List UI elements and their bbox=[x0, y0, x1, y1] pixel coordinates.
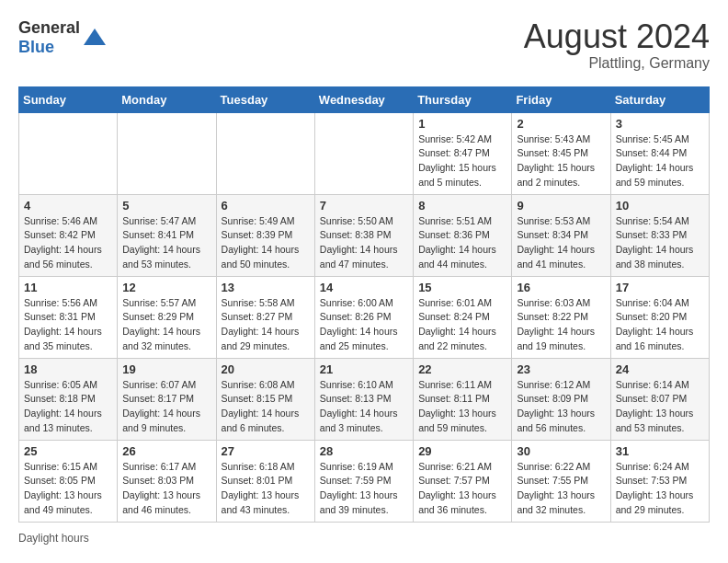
day-info: Sunrise: 5:49 AM Sunset: 8:39 PM Dayligh… bbox=[222, 214, 310, 272]
day-info: Sunrise: 6:18 AM Sunset: 8:01 PM Dayligh… bbox=[222, 460, 310, 518]
calendar-cell: 15Sunrise: 6:01 AM Sunset: 8:24 PM Dayli… bbox=[414, 276, 512, 358]
calendar-week-2: 4Sunrise: 5:46 AM Sunset: 8:42 PM Daylig… bbox=[19, 194, 710, 276]
day-number: 27 bbox=[222, 444, 310, 458]
calendar-cell bbox=[216, 112, 314, 194]
calendar-cell: 4Sunrise: 5:46 AM Sunset: 8:42 PM Daylig… bbox=[19, 194, 118, 276]
day-number: 4 bbox=[24, 199, 112, 213]
day-number: 23 bbox=[517, 362, 605, 376]
day-number: 11 bbox=[24, 281, 112, 294]
day-info: Sunrise: 5:53 AM Sunset: 8:34 PM Dayligh… bbox=[517, 214, 605, 272]
calendar-header: SundayMondayTuesdayWednesdayThursdayFrid… bbox=[19, 86, 710, 112]
day-info: Sunrise: 6:07 AM Sunset: 8:17 PM Dayligh… bbox=[122, 378, 210, 436]
day-info: Sunrise: 6:04 AM Sunset: 8:20 PM Dayligh… bbox=[616, 296, 704, 354]
weekday-header-wednesday: Wednesday bbox=[314, 86, 413, 112]
calendar-cell: 22Sunrise: 6:11 AM Sunset: 8:11 PM Dayli… bbox=[414, 358, 512, 440]
calendar-cell bbox=[118, 112, 216, 194]
day-info: Sunrise: 6:24 AM Sunset: 7:53 PM Dayligh… bbox=[616, 460, 704, 518]
day-info: Sunrise: 6:08 AM Sunset: 8:15 PM Dayligh… bbox=[222, 378, 310, 436]
day-number: 14 bbox=[320, 281, 408, 294]
day-info: Sunrise: 6:14 AM Sunset: 8:07 PM Dayligh… bbox=[616, 378, 704, 436]
day-number: 16 bbox=[517, 281, 605, 294]
day-info: Sunrise: 6:19 AM Sunset: 7:59 PM Dayligh… bbox=[320, 460, 408, 518]
day-number: 2 bbox=[517, 117, 605, 131]
svg-marker-0 bbox=[84, 29, 106, 45]
day-number: 12 bbox=[122, 281, 210, 294]
day-number: 30 bbox=[517, 444, 605, 458]
day-info: Sunrise: 5:56 AM Sunset: 8:31 PM Dayligh… bbox=[24, 296, 112, 354]
calendar-cell: 20Sunrise: 6:08 AM Sunset: 8:15 PM Dayli… bbox=[216, 358, 314, 440]
calendar-cell: 19Sunrise: 6:07 AM Sunset: 8:17 PM Dayli… bbox=[118, 358, 216, 440]
day-number: 9 bbox=[517, 199, 605, 213]
calendar-cell: 13Sunrise: 5:58 AM Sunset: 8:27 PM Dayli… bbox=[216, 276, 314, 358]
day-info: Sunrise: 5:42 AM Sunset: 8:47 PM Dayligh… bbox=[418, 132, 506, 190]
day-info: Sunrise: 5:57 AM Sunset: 8:29 PM Dayligh… bbox=[122, 296, 210, 354]
day-info: Sunrise: 6:21 AM Sunset: 7:57 PM Dayligh… bbox=[418, 460, 506, 518]
day-number: 6 bbox=[222, 199, 310, 213]
day-info: Sunrise: 6:22 AM Sunset: 7:55 PM Dayligh… bbox=[517, 460, 605, 518]
day-number: 19 bbox=[122, 362, 210, 376]
calendar-table: SundayMondayTuesdayWednesdayThursdayFrid… bbox=[18, 86, 710, 523]
calendar-cell: 31Sunrise: 6:24 AM Sunset: 7:53 PM Dayli… bbox=[610, 440, 709, 522]
weekday-header-friday: Friday bbox=[512, 86, 610, 112]
calendar-cell: 23Sunrise: 6:12 AM Sunset: 8:09 PM Dayli… bbox=[512, 358, 610, 440]
day-number: 24 bbox=[616, 362, 704, 376]
calendar-cell: 12Sunrise: 5:57 AM Sunset: 8:29 PM Dayli… bbox=[118, 276, 216, 358]
day-number: 8 bbox=[418, 199, 506, 213]
title-block: August 2024 Plattling, Germany bbox=[524, 18, 710, 72]
calendar-cell: 10Sunrise: 5:54 AM Sunset: 8:33 PM Dayli… bbox=[610, 194, 709, 276]
day-number: 15 bbox=[418, 281, 506, 294]
day-info: Sunrise: 6:12 AM Sunset: 8:09 PM Dayligh… bbox=[517, 378, 605, 436]
calendar-cell: 7Sunrise: 5:50 AM Sunset: 8:38 PM Daylig… bbox=[314, 194, 413, 276]
calendar-cell: 17Sunrise: 6:04 AM Sunset: 8:20 PM Dayli… bbox=[610, 276, 709, 358]
day-info: Sunrise: 5:51 AM Sunset: 8:36 PM Dayligh… bbox=[418, 214, 506, 272]
day-info: Sunrise: 6:00 AM Sunset: 8:26 PM Dayligh… bbox=[320, 296, 408, 354]
calendar-cell: 21Sunrise: 6:10 AM Sunset: 8:13 PM Dayli… bbox=[314, 358, 413, 440]
day-number: 3 bbox=[616, 117, 704, 131]
calendar-cell: 1Sunrise: 5:42 AM Sunset: 8:47 PM Daylig… bbox=[414, 112, 512, 194]
day-number: 31 bbox=[616, 444, 704, 458]
day-number: 10 bbox=[616, 199, 704, 213]
calendar-cell: 3Sunrise: 5:45 AM Sunset: 8:44 PM Daylig… bbox=[610, 112, 709, 194]
calendar-cell: 16Sunrise: 6:03 AM Sunset: 8:22 PM Dayli… bbox=[512, 276, 610, 358]
logo-icon bbox=[82, 25, 108, 51]
day-info: Sunrise: 5:46 AM Sunset: 8:42 PM Dayligh… bbox=[24, 214, 112, 272]
day-info: Sunrise: 5:58 AM Sunset: 8:27 PM Dayligh… bbox=[222, 296, 310, 354]
day-info: Sunrise: 5:50 AM Sunset: 8:38 PM Dayligh… bbox=[320, 214, 408, 272]
calendar-cell bbox=[314, 112, 413, 194]
weekday-header-tuesday: Tuesday bbox=[216, 86, 314, 112]
day-info: Sunrise: 6:10 AM Sunset: 8:13 PM Dayligh… bbox=[320, 378, 408, 436]
footer-note: Daylight hours bbox=[18, 532, 710, 545]
day-number: 22 bbox=[418, 362, 506, 376]
day-number: 28 bbox=[320, 444, 408, 458]
calendar-cell bbox=[19, 112, 118, 194]
day-number: 21 bbox=[320, 362, 408, 376]
calendar-cell: 28Sunrise: 6:19 AM Sunset: 7:59 PM Dayli… bbox=[314, 440, 413, 522]
day-info: Sunrise: 5:43 AM Sunset: 8:45 PM Dayligh… bbox=[517, 132, 605, 190]
weekday-header-saturday: Saturday bbox=[610, 86, 709, 112]
calendar-cell: 30Sunrise: 6:22 AM Sunset: 7:55 PM Dayli… bbox=[512, 440, 610, 522]
day-info: Sunrise: 5:47 AM Sunset: 8:41 PM Dayligh… bbox=[122, 214, 210, 272]
day-number: 7 bbox=[320, 199, 408, 213]
calendar-week-4: 18Sunrise: 6:05 AM Sunset: 8:18 PM Dayli… bbox=[19, 358, 710, 440]
calendar-week-1: 1Sunrise: 5:42 AM Sunset: 8:47 PM Daylig… bbox=[19, 112, 710, 194]
day-info: Sunrise: 6:01 AM Sunset: 8:24 PM Dayligh… bbox=[418, 296, 506, 354]
calendar-cell: 11Sunrise: 5:56 AM Sunset: 8:31 PM Dayli… bbox=[19, 276, 118, 358]
day-number: 29 bbox=[418, 444, 506, 458]
calendar-week-3: 11Sunrise: 5:56 AM Sunset: 8:31 PM Dayli… bbox=[19, 276, 710, 358]
calendar-cell: 2Sunrise: 5:43 AM Sunset: 8:45 PM Daylig… bbox=[512, 112, 610, 194]
day-number: 1 bbox=[418, 117, 506, 131]
weekday-header-sunday: Sunday bbox=[19, 86, 118, 112]
calendar-cell: 27Sunrise: 6:18 AM Sunset: 8:01 PM Dayli… bbox=[216, 440, 314, 522]
calendar-week-5: 25Sunrise: 6:15 AM Sunset: 8:05 PM Dayli… bbox=[19, 440, 710, 522]
calendar-cell: 6Sunrise: 5:49 AM Sunset: 8:39 PM Daylig… bbox=[216, 194, 314, 276]
logo-blue: Blue bbox=[18, 38, 54, 56]
day-info: Sunrise: 6:03 AM Sunset: 8:22 PM Dayligh… bbox=[517, 296, 605, 354]
calendar-cell: 8Sunrise: 5:51 AM Sunset: 8:36 PM Daylig… bbox=[414, 194, 512, 276]
day-number: 26 bbox=[122, 444, 210, 458]
calendar-cell: 29Sunrise: 6:21 AM Sunset: 7:57 PM Dayli… bbox=[414, 440, 512, 522]
calendar-cell: 18Sunrise: 6:05 AM Sunset: 8:18 PM Dayli… bbox=[19, 358, 118, 440]
location-subtitle: Plattling, Germany bbox=[524, 55, 710, 72]
calendar-cell: 14Sunrise: 6:00 AM Sunset: 8:26 PM Dayli… bbox=[314, 276, 413, 358]
day-number: 17 bbox=[616, 281, 704, 294]
calendar-cell: 25Sunrise: 6:15 AM Sunset: 8:05 PM Dayli… bbox=[19, 440, 118, 522]
